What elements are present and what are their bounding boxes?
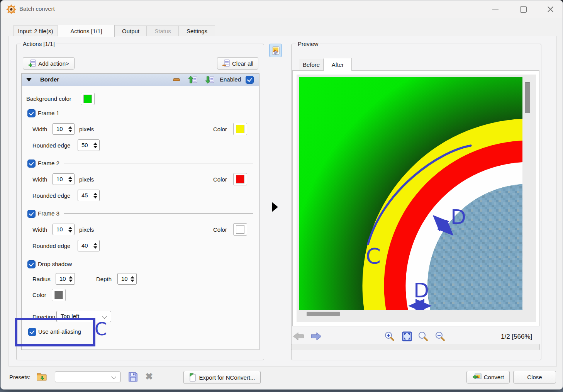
spin-up-icon[interactable] [93, 143, 97, 145]
enabled-checkbox[interactable] [246, 76, 254, 84]
spin-down-icon[interactable] [68, 180, 72, 182]
next-image-button[interactable] [310, 331, 322, 341]
spin-up-icon[interactable] [93, 193, 97, 195]
add-action-button[interactable]: Add action> [23, 57, 75, 70]
frame3-rounded-value: 40 [78, 240, 92, 251]
move-up-icon[interactable] [188, 75, 198, 85]
frame1-rounded-spinner[interactable]: 50 [78, 139, 100, 151]
spin-down-icon[interactable] [93, 146, 97, 148]
frame3-unit-label: pixels [79, 226, 94, 233]
window-title: Batch convert [19, 5, 55, 12]
background-color-label: Background color [26, 95, 71, 102]
frame2-color-swatch[interactable] [233, 173, 247, 185]
preview-horizontal-scrollbar[interactable] [307, 312, 340, 316]
move-down-icon[interactable] [205, 75, 215, 85]
annotation-letter-c-preview: C [366, 243, 381, 268]
depth-value: 10 [118, 273, 129, 284]
convert-icon [472, 373, 482, 381]
frame2-checkbox[interactable] [27, 160, 36, 168]
mouse-cursor [272, 202, 278, 212]
convert-button[interactable]: Convert [466, 371, 510, 384]
frame3-width-spinner[interactable]: 10 [53, 224, 75, 235]
spin-up-icon[interactable] [68, 176, 72, 179]
frame3-separator [64, 213, 253, 214]
annotation-letter-d-horizontal: D [414, 279, 429, 302]
collapse-icon[interactable] [26, 78, 32, 81]
frame3-color-swatch[interactable] [233, 223, 247, 236]
frame3-checkbox[interactable] [27, 210, 36, 218]
clear-all-button[interactable]: Clear all [217, 57, 258, 70]
spin-down-icon[interactable] [68, 130, 72, 132]
frame1-color-swatch[interactable] [233, 123, 247, 135]
background-color-swatch[interactable] [81, 93, 95, 105]
zoom-out-button[interactable] [435, 331, 446, 342]
tab-status: Status [147, 25, 179, 37]
border-action-header[interactable]: Border Enabled [22, 74, 259, 86]
frame1-rounded-value: 50 [78, 140, 92, 151]
shadow-color-swatch[interactable] [52, 289, 66, 301]
depth-spinner[interactable]: 10 [117, 273, 137, 285]
spin-up-icon[interactable] [131, 276, 134, 278]
spin-down-icon[interactable] [93, 196, 97, 199]
frame2-color-chip [236, 175, 244, 183]
spin-down-icon[interactable] [68, 230, 72, 232]
preview-toggle-button[interactable] [269, 44, 282, 57]
delete-preset-button[interactable]: ✖ [145, 372, 153, 382]
open-preset-button[interactable] [36, 372, 47, 383]
maximize-button[interactable] [514, 3, 532, 15]
minimize-button[interactable] [487, 3, 504, 15]
spin-up-icon[interactable] [93, 243, 97, 245]
spin-down-icon[interactable] [69, 280, 73, 282]
frame3-rounded-spinner[interactable]: 40 [78, 240, 100, 251]
preview-image-icon [272, 46, 280, 55]
frame2-rounded-spinner[interactable]: 45 [78, 190, 100, 201]
frame1-color-label: Color [213, 126, 227, 132]
preview-image[interactable]: C D D [299, 77, 522, 310]
zoom-in-button[interactable] [384, 331, 395, 342]
tab-after[interactable]: After [324, 58, 352, 71]
fit-to-window-button[interactable] [402, 331, 412, 342]
tab-actions[interactable]: Actions [1/1] [58, 25, 115, 37]
zoom-original-button[interactable] [418, 331, 429, 342]
spin-down-icon[interactable] [131, 280, 134, 282]
save-preset-button[interactable] [128, 372, 138, 384]
annotation-box-c [15, 318, 95, 346]
previous-image-button[interactable] [293, 331, 305, 341]
tab-before[interactable]: Before [299, 59, 324, 70]
frame2-separator [64, 163, 253, 163]
preview-vertical-scrollbar[interactable] [525, 82, 530, 113]
remove-action-icon[interactable] [173, 78, 180, 81]
preset-combobox[interactable] [55, 372, 120, 382]
frame1-width-label: Width [32, 126, 47, 132]
close-window-button[interactable] [541, 3, 559, 15]
frame2-width-spinner[interactable]: 10 [53, 173, 75, 185]
drop-shadow-checkbox[interactable] [27, 260, 36, 268]
radius-spinner[interactable]: 10 [56, 273, 75, 285]
frame1-width-spinner[interactable]: 10 [53, 123, 75, 135]
preview-group-title: Preview [296, 41, 320, 47]
titlebar[interactable]: Batch convert [1, 0, 563, 18]
close-label: Close [527, 374, 542, 380]
spin-up-icon[interactable] [69, 276, 73, 278]
frame2-label: Frame 2 [38, 160, 59, 166]
frame1-separator [64, 113, 253, 113]
frame3-width-value: 10 [53, 224, 66, 235]
frame3-width-label: Width [32, 226, 47, 233]
close-button[interactable]: Close [513, 371, 556, 384]
tab-input[interactable]: Input: 2 file(s) [13, 25, 58, 37]
tab-output[interactable]: Output [115, 25, 147, 37]
frame1-checkbox[interactable] [27, 109, 36, 117]
spin-up-icon[interactable] [68, 227, 72, 229]
app-icon [6, 4, 16, 14]
export-nconvert-button[interactable]: Export for NConvert... [183, 371, 261, 384]
frame3-label: Frame 3 [38, 210, 59, 217]
frame1-rounded-label: Rounded edge [32, 142, 70, 149]
frame3-rounded-label: Rounded edge [32, 243, 70, 249]
tab-settings[interactable]: Settings [179, 25, 215, 37]
clear-all-icon [222, 59, 230, 67]
radius-label: Radius [32, 276, 51, 282]
actions-group-title: Actions [1/1] [21, 41, 56, 47]
spin-up-icon[interactable] [68, 126, 72, 129]
spin-down-icon[interactable] [93, 246, 97, 249]
export-label: Export for NConvert... [199, 374, 255, 381]
